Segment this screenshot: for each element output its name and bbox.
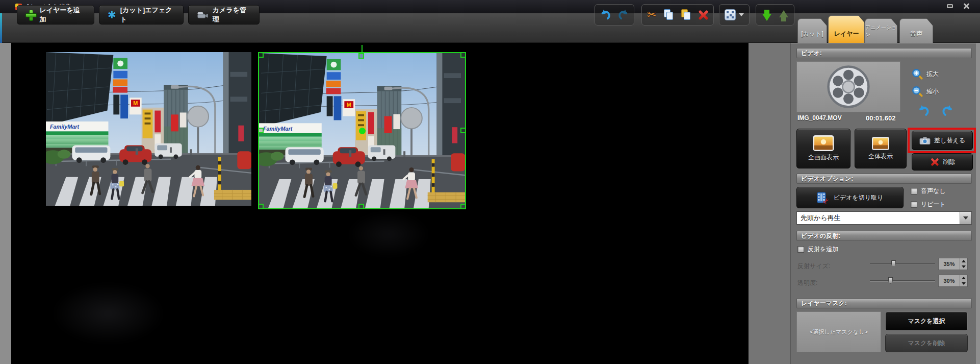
trim-label: ビデオを切り取り [834,193,884,202]
no-audio-label: 音声なし [921,187,946,196]
opacity-spinner[interactable]: 30% [938,275,968,287]
opacity-slider[interactable] [870,277,935,284]
fullscreen-button[interactable]: 全画面表示 [796,129,850,168]
cut-button[interactable]: ✂ [647,8,656,21]
resize-handle-right[interactable] [460,128,466,133]
move-down-button[interactable] [762,14,771,21]
delete-x-icon [698,10,708,20]
resize-handle-bottom-center[interactable] [358,204,364,209]
resize-handle-bottom-left[interactable] [258,204,264,209]
copy-button[interactable] [663,9,674,20]
undo-icon [599,9,611,21]
grid-menu-button[interactable] [719,4,750,26]
tab-animation[interactable]: アニメーション [865,18,897,43]
zoom-in-label: 拡大 [926,70,939,79]
no-audio-checkbox-row[interactable]: 音声なし [911,187,946,196]
trim-video-button[interactable]: ✂ ビデオを切り取り [796,187,904,208]
tab-label: レイヤー [834,30,859,38]
dropdown-arrow-icon [963,216,968,220]
remove-mask-button[interactable]: マスクを削除 [885,334,968,352]
fullscreen-picture-icon [813,135,834,151]
rotate-ccw-button[interactable] [917,104,930,117]
arrow-up-icon [779,10,788,17]
chevron-down-icon [739,13,744,16]
preview-canvas[interactable] [11,43,749,364]
window-edge-accent [0,13,2,43]
repeat-checkbox[interactable] [911,201,917,208]
slider-thumb[interactable] [888,277,893,284]
resize-handle-bottom-right[interactable] [460,204,466,209]
resize-handle-top-left[interactable] [258,52,264,58]
grid-icon [725,9,736,20]
zoom-in-button[interactable]: 拡大 [912,68,939,80]
opacity-value: 30% [939,275,960,286]
replace-video-button[interactable]: 差し替える [912,131,973,150]
reorder-group [756,4,794,26]
canvas-reflection-smudge [52,283,164,344]
undo-button[interactable] [599,9,611,21]
plus-icon [25,10,36,20]
cut-effect-label: [カット]エフェクト [120,6,175,24]
delete-label: 削除 [943,158,956,166]
select-mask-button[interactable]: マスクを選択 [885,311,968,331]
reflection-size-value: 35% [939,258,960,270]
add-layer-button[interactable]: レイヤーを追加 [17,5,94,25]
add-reflection-checkbox-row[interactable]: 反射を追加 [797,245,838,254]
paste-button[interactable] [681,9,691,20]
reflection-size-slider[interactable] [870,260,935,267]
spin-down-button[interactable] [960,281,967,286]
move-up-button[interactable] [779,10,788,17]
manage-camera-button[interactable]: カメラを管理 [188,5,260,25]
delete-x-icon [931,158,939,166]
video-layer-1[interactable] [42,48,255,209]
copy-icon [663,9,674,20]
repeat-checkbox-row[interactable]: リピート [911,200,946,209]
canvas-panel-gutter [749,43,790,364]
video-duration: 00:01.602 [866,114,896,122]
effect-star-icon: ✱ [108,9,116,21]
delete-video-button[interactable]: 削除 [912,153,973,171]
slider-thumb[interactable] [891,260,896,267]
video-section-header: ビデオ: [796,48,972,58]
spin-down-button[interactable] [960,264,967,270]
canvas-reflection-smudge [348,211,429,257]
no-audio-checkbox[interactable] [911,188,917,195]
tab-label: アニメーション [865,24,897,38]
rotation-handle-top-center[interactable] [358,53,364,59]
tab-layer[interactable]: レイヤー [828,15,865,43]
reflection-size-spinner[interactable]: 35% [938,258,968,270]
rotation-handle-stem [362,45,363,53]
close-button[interactable] [962,2,971,10]
video-frame-photo [46,52,251,206]
video-layer-2-selected[interactable] [258,52,466,209]
playback-mode-dropdown[interactable]: 先頭から再生 [796,211,972,225]
fit-picture-icon [872,137,889,150]
video-filename: IMG_0047.MOV [797,114,842,122]
magnifier-plus-icon [912,68,923,80]
add-reflection-checkbox[interactable] [797,246,804,253]
magnifier-minus-icon [912,86,923,97]
fit-view-button[interactable]: 全体表示 [855,129,907,168]
spin-up-button[interactable] [960,258,967,264]
resize-handle-left[interactable] [258,128,264,133]
tab-audio[interactable]: 音声 [899,18,933,43]
tab-cut[interactable]: [カット] [797,18,827,43]
zoom-out-button[interactable]: 縮小 [912,86,939,97]
redo-button[interactable] [617,9,630,21]
fit-view-label: 全体表示 [868,152,893,161]
rotate-cw-button[interactable] [941,104,955,117]
trim-icon: ✂ [817,191,830,204]
add-layer-label: レイヤーを追加 [40,6,86,24]
resize-handle-top-right[interactable] [460,52,466,58]
right-edge-strip [976,43,980,364]
spin-up-button[interactable] [960,275,967,281]
selection-center-dot[interactable] [359,128,366,134]
video-thumbnail-box [796,61,900,112]
cut-effect-button[interactable]: ✱ [カット]エフェクト [99,5,184,25]
add-reflection-label: 反射を追加 [808,245,838,254]
delete-button[interactable] [698,10,708,20]
dropdown-arrow-button[interactable] [960,212,971,224]
select-mask-label: マスクを選択 [908,317,945,326]
minimize-button[interactable] [945,2,955,10]
reflection-section-header: ビデオの反射: [796,231,972,241]
